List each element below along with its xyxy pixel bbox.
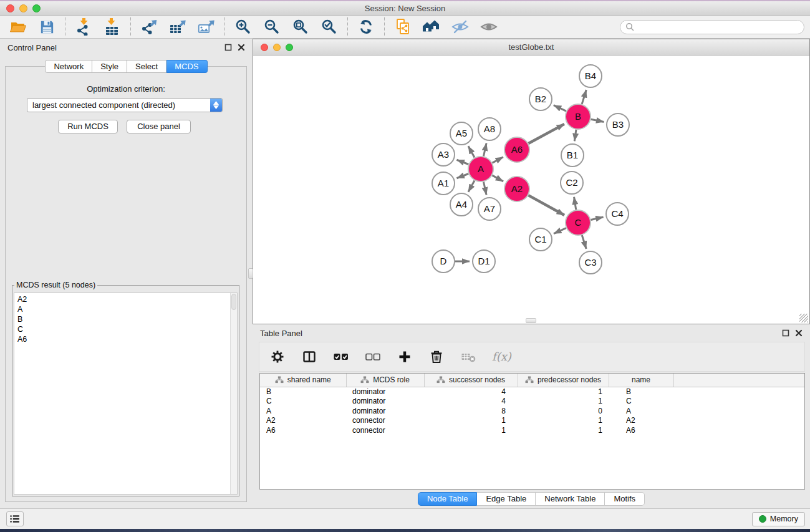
mcds-result-item[interactable]: C xyxy=(14,324,237,334)
graph-node-B[interactable]: B xyxy=(566,104,591,129)
graph-edge-A-A5[interactable] xyxy=(468,146,475,157)
graph-node-B4[interactable]: B4 xyxy=(579,65,602,87)
graph-node-C2[interactable]: C2 xyxy=(561,172,583,194)
add-column-icon[interactable] xyxy=(395,347,414,366)
memory-button[interactable]: Memory xyxy=(752,512,805,526)
gear-icon[interactable] xyxy=(268,347,287,366)
mcds-result-item[interactable]: B xyxy=(14,314,237,324)
select-all-checkboxes-icon[interactable] xyxy=(332,347,350,366)
open-session-icon[interactable] xyxy=(9,17,27,36)
graph-edge-C-C4[interactable] xyxy=(591,217,603,220)
float-table-panel-icon[interactable] xyxy=(782,329,789,337)
run-mcds-button[interactable]: Run MCDS xyxy=(58,120,118,133)
graph-edge-A-A7[interactable] xyxy=(483,182,486,195)
zoom-selected-icon[interactable] xyxy=(320,17,339,36)
graph-node-A2[interactable]: A2 xyxy=(504,177,529,201)
minimize-network-window-button[interactable] xyxy=(273,44,281,51)
mcds-result-list[interactable]: A2ABCA6 xyxy=(14,293,238,495)
table-row[interactable]: A2connector11A2 xyxy=(260,416,804,426)
close-table-panel-icon[interactable] xyxy=(795,329,803,337)
tab-mcds[interactable]: MCDS xyxy=(166,60,207,73)
graph-node-C1[interactable]: C1 xyxy=(529,228,552,251)
column-header-predecessor-nodes[interactable]: predecessor nodes xyxy=(518,374,609,387)
hide-selected-icon[interactable] xyxy=(451,17,470,36)
deselect-all-checkboxes-icon[interactable] xyxy=(364,347,382,366)
graph-node-A8[interactable]: A8 xyxy=(478,118,501,140)
graph-edge-A-A3[interactable] xyxy=(456,160,468,164)
column-header-shared-name[interactable]: shared name xyxy=(260,374,346,387)
tab-select[interactable]: Select xyxy=(127,60,166,73)
mcds-result-item[interactable]: A2 xyxy=(14,293,237,304)
vertical-splitter-handle[interactable] xyxy=(248,268,253,279)
zoom-out-icon[interactable] xyxy=(263,17,281,36)
table-row[interactable]: Adominator80A xyxy=(260,407,804,417)
graph-node-A3[interactable]: A3 xyxy=(432,143,455,166)
graph-node-A1[interactable]: A1 xyxy=(432,172,455,195)
horizontal-splitter-handle[interactable] xyxy=(526,318,536,323)
graph-node-A4[interactable]: A4 xyxy=(450,193,473,216)
import-table-icon[interactable] xyxy=(103,17,122,36)
graph-edge-A-A1[interactable] xyxy=(456,174,468,178)
graph-node-C4[interactable]: C4 xyxy=(606,203,629,225)
search-box[interactable] xyxy=(620,20,804,34)
delete-column-icon[interactable] xyxy=(427,347,446,366)
zoom-fit-icon[interactable] xyxy=(291,17,310,36)
apply-layout-icon[interactable] xyxy=(357,17,375,36)
graph-node-A5[interactable]: A5 xyxy=(450,122,473,145)
network-canvas[interactable]: AA1A2A3A4A5A6A7A8BB1B2B3B4CC1C2C3C4DD1 xyxy=(253,56,809,320)
network-window-titlebar[interactable]: testGlobe.txt xyxy=(253,39,809,56)
graph-node-A[interactable]: A xyxy=(468,157,493,181)
graph-node-D[interactable]: D xyxy=(432,250,455,273)
import-network-icon[interactable] xyxy=(74,17,93,36)
graph-edge-B-B4[interactable] xyxy=(582,90,586,104)
column-header-successor-nodes[interactable]: successor nodes xyxy=(424,374,518,387)
tab-network-table[interactable]: Network Table xyxy=(536,492,605,506)
clone-network-icon[interactable] xyxy=(393,17,412,36)
export-image-icon[interactable] xyxy=(197,17,216,36)
tab-style[interactable]: Style xyxy=(92,60,127,73)
table-row[interactable]: Bdominator41B xyxy=(260,387,804,397)
graph-edge-A6-B[interactable] xyxy=(528,124,564,143)
graph-node-B3[interactable]: B3 xyxy=(607,114,629,136)
show-all-icon[interactable] xyxy=(480,17,498,36)
save-session-icon[interactable] xyxy=(37,17,56,36)
float-panel-icon[interactable] xyxy=(224,44,232,51)
search-input[interactable] xyxy=(637,22,799,32)
close-network-window-button[interactable] xyxy=(261,44,268,51)
export-network-icon[interactable] xyxy=(140,17,158,36)
graph-node-C3[interactable]: C3 xyxy=(579,251,602,274)
node-table[interactable]: shared name MCDS role successor nodes pr… xyxy=(259,373,805,490)
graph-node-B1[interactable]: B1 xyxy=(561,144,584,167)
tab-node-table[interactable]: Node Table xyxy=(418,492,478,506)
mcds-result-item[interactable]: A6 xyxy=(14,334,237,344)
graph-node-C[interactable]: C xyxy=(566,210,591,235)
graph-edge-B-B3[interactable] xyxy=(591,119,604,122)
close-panel-button[interactable]: Close panel xyxy=(127,120,191,133)
column-header-mcds-role[interactable]: MCDS role xyxy=(346,374,424,387)
graph-edge-B-B1[interactable] xyxy=(574,130,576,141)
close-window-button[interactable] xyxy=(6,4,14,12)
mcds-result-item[interactable]: A xyxy=(14,304,237,314)
window-resize-grip[interactable] xyxy=(799,314,808,322)
close-panel-icon[interactable] xyxy=(238,44,245,51)
graph-node-A6[interactable]: A6 xyxy=(504,137,529,162)
export-table-icon[interactable] xyxy=(168,17,187,36)
tab-motifs[interactable]: Motifs xyxy=(605,492,645,506)
tab-network[interactable]: Network xyxy=(45,60,92,73)
graph-edge-A-A8[interactable] xyxy=(483,143,486,156)
zoom-network-window-button[interactable] xyxy=(286,44,293,51)
table-row[interactable]: A6connector11A6 xyxy=(260,426,804,436)
graph-edge-C-C1[interactable] xyxy=(554,228,566,234)
first-neighbors-icon[interactable] xyxy=(422,17,441,36)
zoom-in-icon[interactable] xyxy=(234,17,253,36)
graph-node-B2[interactable]: B2 xyxy=(529,88,552,110)
graph-edge-A2-C[interactable] xyxy=(528,195,564,215)
graph-edge-B-B2[interactable] xyxy=(554,105,566,111)
tab-edge-table[interactable]: Edge Table xyxy=(477,492,536,506)
graph-node-A7[interactable]: A7 xyxy=(478,198,501,220)
task-history-button[interactable] xyxy=(6,511,24,526)
graph-edge-A-A2[interactable] xyxy=(492,175,503,181)
graph-edge-A-A4[interactable] xyxy=(468,180,475,191)
graph-edge-C-C2[interactable] xyxy=(574,197,576,210)
table-row[interactable]: Cdominator41C xyxy=(260,397,804,407)
